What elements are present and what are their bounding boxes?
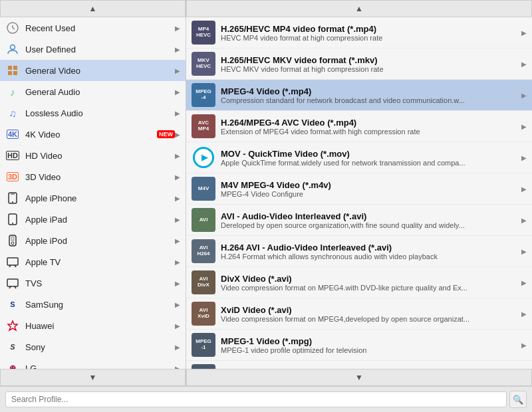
search-button[interactable]: 🔍 <box>509 391 527 408</box>
sidebar-item-user-defined[interactable]: User Defined▶ <box>0 39 186 60</box>
svg-point-3 <box>11 45 15 50</box>
format-desc: Apple QuickTime format.widely used for n… <box>221 159 519 167</box>
format-item-divx[interactable]: AVI DivXDivX Video (*.avi)Video compress… <box>186 267 532 298</box>
arrow-icon: ▶ <box>175 237 180 245</box>
arrow-icon: ▶ <box>175 301 180 308</box>
format-item-hevc-mp4[interactable]: MP4 HEVCH.265/HEVC MP4 video format (*.m… <box>186 17 532 49</box>
format-icon: MPEG -2 <box>192 364 215 369</box>
clock-icon <box>5 21 20 35</box>
arrow-icon: ▶ <box>175 195 180 202</box>
sidebar-item-label: LG <box>25 363 175 369</box>
arrow-icon: ▶ <box>175 67 180 74</box>
sidebar-item-label: SamSung <box>25 300 175 310</box>
arrow-icon: ▶ <box>175 258 180 266</box>
arrow-icon: ▶ <box>175 110 180 117</box>
format-desc: Video compression format on MPEG4.with D… <box>221 284 519 292</box>
format-desc: MPEG-1 video profile optimized for telev… <box>221 346 519 354</box>
format-item-mov[interactable]: MOV - QuickTime Video (*.mov)Apple Quick… <box>186 142 532 173</box>
format-icon: AVI H264 <box>192 239 215 263</box>
arrow-icon: ▶ <box>175 25 180 32</box>
format-info: XviD Video (*.avi)Video compression form… <box>221 305 519 323</box>
format-item-avi[interactable]: AVIAVI - Audio-Video Interleaved (*.avi)… <box>186 205 532 236</box>
sidebar-item-tvs[interactable]: TVS▶ <box>0 272 186 294</box>
sidebar-item-label: 4K Video <box>25 130 154 140</box>
sidebar-item-recent-used[interactable]: Recent Used▶ <box>0 17 186 39</box>
format-desc: H.264 Format which allows synchronous au… <box>221 253 519 260</box>
sidebar-item-label: 3D Video <box>25 172 175 182</box>
left-scroll-down[interactable]: ▼ <box>0 369 186 386</box>
grid-icon <box>5 63 20 78</box>
format-desc: HEVC MKV video format at high compressio… <box>221 65 519 73</box>
sidebar-item-general-video[interactable]: General Video▶ <box>0 60 186 81</box>
svg-rect-15 <box>11 237 14 241</box>
sidebar-item-label: Huawei <box>25 321 175 331</box>
sidebar-item-apple-ipad[interactable]: Apple iPad▶ <box>0 209 186 230</box>
sidebar-item-apple-iphone[interactable]: Apple iPhone▶ <box>0 187 186 209</box>
format-info: MPEG-4 Video (*.mp4)Compression standard… <box>221 86 519 104</box>
sidebar-item-samsung[interactable]: SSamSung▶ <box>0 294 186 315</box>
format-desc: Extension of MPEG4 video format.with hig… <box>221 128 519 136</box>
svg-rect-4 <box>8 66 12 70</box>
sidebar-item-apple-ipod[interactable]: Apple iPod▶ <box>0 230 186 251</box>
arrow-icon: ▶ <box>175 344 180 351</box>
format-item-mpeg4-mp4[interactable]: MPEG -4MPEG-4 Video (*.mp4)Compression s… <box>186 80 532 111</box>
samsung-icon: S <box>5 297 20 312</box>
format-item-mpeg2[interactable]: MPEG -2MPEG-2 Video (*.mpg)MPEG-2 video … <box>186 361 532 369</box>
format-desc: MPEG-4 Video Configure <box>221 190 519 198</box>
right-scroll-up[interactable]: ▲ <box>186 0 532 17</box>
sidebar-item-label: Lossless Audio <box>25 108 175 118</box>
sidebar-item-hd-video[interactable]: HDHD Video▶ <box>0 145 186 166</box>
svg-point-9 <box>12 201 13 203</box>
right-scroll-down[interactable]: ▼ <box>186 369 532 386</box>
svg-point-12 <box>12 223 13 224</box>
sidebar-item-3d-video[interactable]: 3D3D Video▶ <box>0 166 186 187</box>
format-item-h264-avi[interactable]: AVI H264H.264 AVI - Audio-Video Interlea… <box>186 236 532 267</box>
chevron-right-icon: ▶ <box>521 217 527 224</box>
chevron-right-icon: ▶ <box>521 185 527 193</box>
chevron-right-icon: ▶ <box>521 154 527 161</box>
chevron-right-icon: ▶ <box>521 279 527 286</box>
search-input[interactable] <box>5 391 507 407</box>
sidebar-item-lg[interactable]: ⊕LG▶ <box>0 358 186 369</box>
format-icon: MPEG -4 <box>192 83 215 107</box>
arrow-icon: ▶ <box>175 152 180 159</box>
sidebar-item-huawei[interactable]: Huawei▶ <box>0 315 186 336</box>
sidebar-item-general-audio[interactable]: ♪General Audio▶ <box>0 81 186 102</box>
format-info: M4V MPEG-4 Video (*.m4v)MPEG-4 Video Con… <box>221 180 519 198</box>
format-icon <box>192 146 215 169</box>
format-title: MOV - QuickTime Video (*.mov) <box>221 149 519 159</box>
svg-rect-19 <box>7 279 18 286</box>
sidebar-item-apple-tv[interactable]: Apple TV▶ <box>0 251 186 272</box>
format-title: MPEG-4 Video (*.mp4) <box>221 86 519 96</box>
format-title: H.265/HEVC MKV video format (*.mkv) <box>221 55 519 65</box>
format-title: M4V MPEG-4 Video (*.m4v) <box>221 180 519 190</box>
hd-icon: HD <box>5 148 20 163</box>
format-icon: AVI DivX <box>192 270 215 294</box>
sidebar-item-label: Apple iPod <box>25 236 175 246</box>
arrow-icon: ▶ <box>175 322 180 330</box>
format-item-hevc-mkv[interactable]: MKV HEVCH.265/HEVC MKV video format (*.m… <box>186 49 532 80</box>
format-item-m4v[interactable]: M4VM4V MPEG-4 Video (*.m4v)MPEG-4 Video … <box>186 173 532 205</box>
format-item-xvid[interactable]: AVI XviDXviD Video (*.avi)Video compress… <box>186 298 532 330</box>
format-title: H.264/MPEG-4 AVC Video (*.mp4) <box>221 118 519 128</box>
new-badge: NEW <box>157 130 175 138</box>
format-icon: AVI <box>192 208 215 232</box>
format-info: H.264 AVI - Audio-Video Interleaved (*.a… <box>221 243 519 260</box>
format-title: XviD Video (*.avi) <box>221 305 519 315</box>
left-panel: ▲ Recent Used▶User Defined▶General Video… <box>0 0 186 386</box>
format-info: DivX Video (*.avi)Video compression form… <box>221 274 519 292</box>
sidebar-item-sony[interactable]: SSony▶ <box>0 336 186 358</box>
arrow-icon: ▶ <box>175 280 180 287</box>
sidebar-item-label: Apple TV <box>25 257 175 267</box>
lg-icon: ⊕ <box>5 361 20 369</box>
sidebar-item-4k-video[interactable]: 4K4K VideoNEW▶ <box>0 124 186 145</box>
sidebar-item-label: General Video <box>25 66 175 76</box>
sidebar-item-lossless-audio[interactable]: ♫Lossless Audio▶ <box>0 102 186 124</box>
format-item-h264-mp4[interactable]: AVC MP4H.264/MPEG-4 AVC Video (*.mp4)Ext… <box>186 111 532 142</box>
format-item-mpeg1[interactable]: MPEG -1MPEG-1 Video (*.mpg)MPEG-1 video … <box>186 330 532 361</box>
left-scroll-up[interactable]: ▲ <box>0 0 186 17</box>
phone-icon <box>5 191 20 205</box>
format-icon: MPEG -1 <box>192 333 215 357</box>
chevron-right-icon: ▶ <box>521 123 527 130</box>
chevron-right-icon: ▶ <box>521 310 527 318</box>
